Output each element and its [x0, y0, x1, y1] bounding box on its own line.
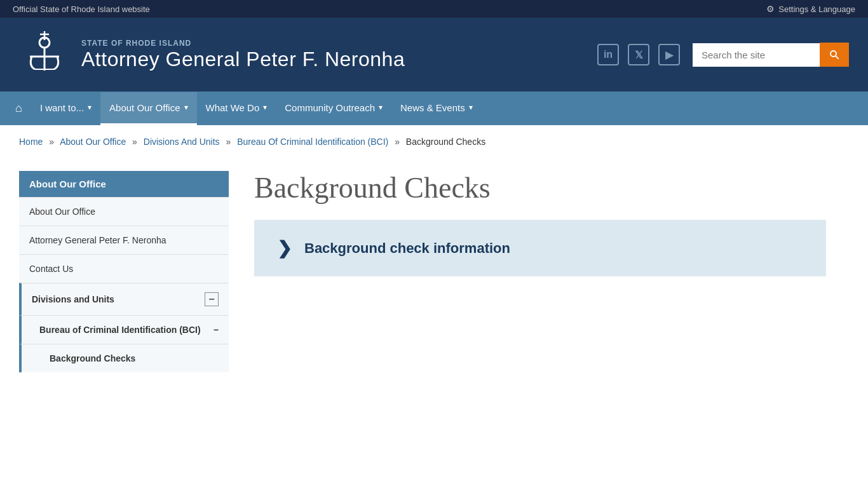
svg-line-8	[836, 56, 839, 59]
search-button[interactable]	[820, 43, 849, 67]
background-check-card[interactable]: ❯ Background check information	[254, 220, 826, 276]
top-bar: Official State of Rhode Island website ⚙…	[0, 0, 868, 18]
breadcrumb-divisions[interactable]: Divisions And Units	[144, 137, 220, 147]
sidebar-item-contact[interactable]: Contact Us	[19, 254, 229, 283]
nav-item-whatwedo[interactable]: What We Do ▾	[197, 92, 276, 125]
nav-item-about[interactable]: About Our Office ▾	[100, 92, 196, 125]
header-right: in 𝕏 ▶	[597, 43, 849, 67]
gear-icon: ⚙	[766, 4, 775, 14]
card-text: Background check information	[304, 240, 510, 257]
main-nav: ⌂ I want to... ▾ About Our Office ▾ What…	[0, 92, 868, 125]
svg-point-7	[831, 51, 836, 57]
chevron-down-icon: ▾	[469, 103, 473, 112]
chevron-down-icon: ▾	[88, 103, 92, 112]
search-input[interactable]	[693, 43, 820, 67]
nav-home[interactable]: ⌂	[6, 92, 31, 125]
nav-item-news[interactable]: News & Events ▾	[391, 92, 482, 125]
header-branding: STATE OF RHODE ISLAND Attorney General P…	[19, 29, 405, 80]
chevron-down-icon: ▾	[184, 103, 188, 112]
settings-label: Settings & Language	[778, 4, 855, 14]
social-icons: in 𝕏 ▶	[597, 44, 680, 65]
official-text: Official State of Rhode Island website	[13, 4, 150, 14]
breadcrumb-about[interactable]: About Our Office	[60, 137, 126, 147]
minus-icon: −	[214, 325, 219, 335]
nav-item-iwantto[interactable]: I want to... ▾	[31, 92, 100, 125]
twitter-icon[interactable]: 𝕏	[628, 44, 649, 65]
home-icon: ⌂	[15, 102, 22, 115]
nav-item-community[interactable]: Community Outreach ▾	[276, 92, 391, 125]
anchor-logo	[19, 29, 70, 80]
header-text-block: STATE OF RHODE ISLAND Attorney General P…	[81, 39, 405, 71]
breadcrumb-home[interactable]: Home	[19, 137, 43, 147]
main-layout: About Our Office About Our Office Attorn…	[0, 158, 868, 398]
youtube-icon[interactable]: ▶	[658, 44, 680, 65]
sidebar-item-bci[interactable]: Bureau of Criminal Identification (BCI) …	[19, 315, 229, 344]
breadcrumb-bci[interactable]: Bureau Of Criminal Identification (BCI)	[237, 137, 388, 147]
ag-name: Attorney General Peter F. Neronha	[81, 48, 405, 71]
sidebar-header: About Our Office	[19, 171, 229, 197]
search-bar	[693, 43, 849, 67]
breadcrumb: Home » About Our Office » Divisions And …	[0, 125, 868, 158]
sidebar-item-divisions[interactable]: Divisions and Units −	[19, 283, 229, 315]
sidebar: About Our Office About Our Office Attorn…	[0, 171, 229, 372]
main-content: Background Checks ❯ Background check inf…	[229, 158, 868, 372]
site-header: STATE OF RHODE ISLAND Attorney General P…	[0, 18, 868, 92]
minus-icon: −	[205, 292, 219, 306]
settings-language-button[interactable]: ⚙ Settings & Language	[766, 4, 855, 14]
page-title: Background Checks	[254, 171, 849, 205]
linkedin-icon[interactable]: in	[597, 44, 619, 65]
state-name: STATE OF RHODE ISLAND	[81, 39, 405, 48]
chevron-down-icon: ▾	[263, 103, 267, 112]
sidebar-item-about-office[interactable]: About Our Office	[19, 197, 229, 226]
card-chevron-icon: ❯	[277, 238, 292, 259]
sidebar-item-ag-name[interactable]: Attorney General Peter F. Neronha	[19, 226, 229, 254]
sidebar-item-background-checks[interactable]: Background Checks	[19, 344, 229, 372]
breadcrumb-current: Background Checks	[406, 137, 485, 147]
chevron-down-icon: ▾	[379, 103, 383, 112]
